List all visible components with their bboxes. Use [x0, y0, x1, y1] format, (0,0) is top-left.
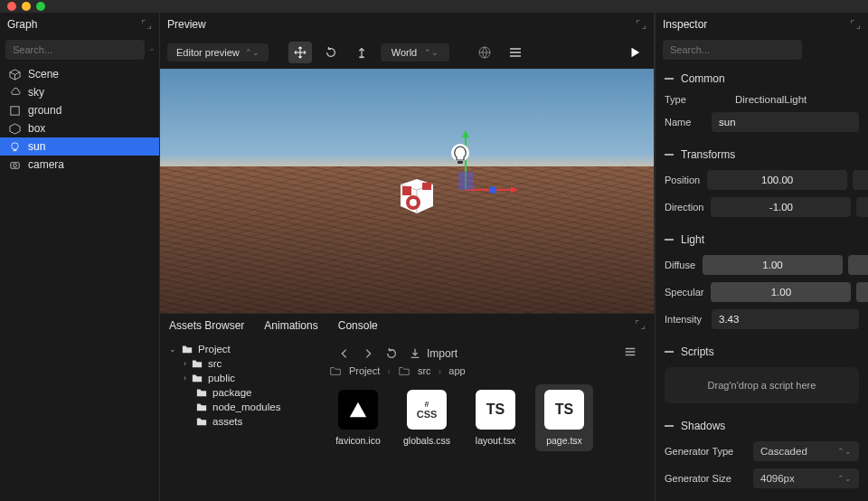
assets-tree-src[interactable]: ›src	[165, 356, 315, 371]
expand-icon[interactable]	[850, 19, 861, 30]
svg-rect-8	[359, 56, 363, 58]
graph-item-box[interactable]: box	[0, 119, 159, 137]
svg-rect-16	[458, 172, 473, 190]
graph-panel: Graph Sceneskygroundboxsuncamera	[0, 13, 160, 501]
folder-icon	[196, 402, 207, 412]
coord-space-select[interactable]: World⌃⌄	[381, 43, 450, 61]
svg-point-15	[489, 186, 496, 194]
graph-search-input[interactable]	[5, 40, 145, 60]
crumb[interactable]: app	[448, 365, 465, 376]
expand-icon[interactable]	[635, 319, 646, 330]
graph-item-camera[interactable]: camera	[0, 156, 159, 174]
graph-title: Graph	[7, 18, 37, 31]
graph-item-Scene[interactable]: Scene	[0, 65, 159, 83]
assets-tree-label: public	[208, 373, 235, 383]
inspector-search-input[interactable]	[663, 40, 802, 60]
download-icon	[409, 347, 421, 360]
expand-icon[interactable]	[636, 19, 646, 30]
intensity-label: Intensity	[665, 314, 704, 325]
specular-r-input[interactable]	[711, 282, 851, 302]
asset-globals.css[interactable]: #CSSglobals.css	[398, 384, 456, 451]
graph-item-label: box	[28, 122, 45, 135]
position-x-input[interactable]	[707, 170, 847, 190]
section-common-header[interactable]: Common	[665, 67, 859, 90]
asset-favicon.ico[interactable]: favicon.ico	[329, 384, 387, 451]
section-scripts-header[interactable]: Scripts	[665, 340, 859, 364]
grid-toggle-button[interactable]	[473, 42, 496, 63]
assets-tree-package[interactable]: package	[165, 385, 315, 400]
position-y-input[interactable]	[853, 170, 868, 190]
preview-title: Preview	[167, 18, 206, 31]
position-label: Position	[665, 175, 700, 185]
graph-item-ground[interactable]: ground	[0, 101, 159, 119]
crumb[interactable]: src	[418, 365, 431, 376]
svg-rect-5	[14, 149, 17, 151]
specular-g-input[interactable]	[856, 282, 868, 302]
assets-tree-label: src	[208, 358, 222, 369]
crumb[interactable]: Project	[349, 365, 380, 376]
assets-tree-node_modules[interactable]: node_modules	[165, 400, 315, 414]
folder-icon	[192, 358, 203, 369]
name-input[interactable]	[712, 112, 859, 132]
scale-tool-button[interactable]	[350, 42, 373, 63]
tab-console[interactable]: Console	[338, 319, 378, 333]
assets-tree-public[interactable]: ›public	[165, 371, 315, 385]
import-button[interactable]: Import	[409, 347, 458, 360]
intensity-input[interactable]	[712, 309, 859, 329]
assets-tree: ⌄Project›src›publicpackagenode_modulesas…	[160, 338, 320, 501]
viewport-3d[interactable]	[160, 69, 654, 313]
gensize-select[interactable]: 4096px⌃⌄	[753, 468, 859, 488]
diffuse-label: Diffuse	[665, 260, 695, 270]
filter-icon[interactable]	[150, 43, 154, 56]
settings-icon[interactable]	[624, 345, 637, 358]
light-gizmo-icon[interactable]	[449, 143, 471, 168]
type-label: Type	[665, 94, 728, 105]
gentype-label: Generator Type	[665, 446, 746, 457]
svg-rect-11	[422, 183, 431, 190]
diffuse-r-input[interactable]	[703, 255, 843, 275]
play-button[interactable]	[623, 42, 646, 63]
preview-mode-select[interactable]: Editor preview⌃⌄	[167, 43, 269, 61]
name-label: Name	[665, 117, 704, 128]
assets-tree-assets[interactable]: assets	[165, 414, 315, 429]
expand-icon[interactable]	[141, 19, 152, 30]
type-value: DirectionalLight	[735, 94, 859, 105]
direction-x-input[interactable]	[711, 197, 851, 217]
assets-tree-Project[interactable]: ⌄Project	[165, 342, 315, 356]
graph-item-label: sky	[28, 86, 44, 99]
asset-layout.tsx[interactable]: TSlayout.tsx	[467, 384, 524, 451]
scripts-dropzone[interactable]: Drag'n'drop a script here	[665, 367, 859, 403]
graph-item-sun[interactable]: sun	[0, 137, 159, 156]
section-transforms-header[interactable]: Transforms	[665, 143, 859, 166]
tab-assets[interactable]: Assets Browser	[169, 319, 244, 333]
assets-tree-label: package	[212, 387, 251, 398]
refresh-icon[interactable]	[385, 347, 398, 360]
traffic-max[interactable]	[36, 2, 45, 11]
menu-button[interactable]	[504, 42, 527, 63]
traffic-close[interactable]	[7, 2, 16, 11]
traffic-min[interactable]	[22, 2, 31, 11]
section-shadows-header[interactable]: Shadows	[665, 414, 859, 438]
gensize-label: Generator Size	[665, 473, 746, 484]
forward-icon[interactable]	[362, 347, 374, 360]
graph-item-label: Scene	[28, 68, 59, 80]
gentype-select[interactable]: Cascaded⌃⌄	[753, 441, 859, 461]
back-icon[interactable]	[338, 347, 351, 360]
folder-icon	[182, 344, 193, 354]
svg-point-7	[14, 164, 17, 167]
scene-box-object[interactable]	[395, 175, 439, 215]
inspector-title: Inspector	[663, 18, 707, 31]
svg-point-0	[150, 50, 151, 51]
direction-y-input[interactable]	[856, 197, 868, 217]
tab-animations[interactable]: Animations	[264, 319, 317, 333]
folder-icon	[196, 387, 207, 398]
rotate-tool-button[interactable]	[319, 42, 343, 63]
diffuse-g-input[interactable]	[848, 255, 868, 275]
asset-page.tsx[interactable]: TSpage.tsx	[535, 384, 593, 451]
assets-tree-label: node_modules	[212, 402, 280, 412]
asset-label: layout.tsx	[476, 435, 515, 446]
svg-rect-18	[458, 161, 463, 164]
graph-item-sky[interactable]: sky	[0, 83, 159, 101]
move-tool-button[interactable]	[288, 42, 312, 63]
section-light-header[interactable]: Light	[665, 228, 859, 251]
